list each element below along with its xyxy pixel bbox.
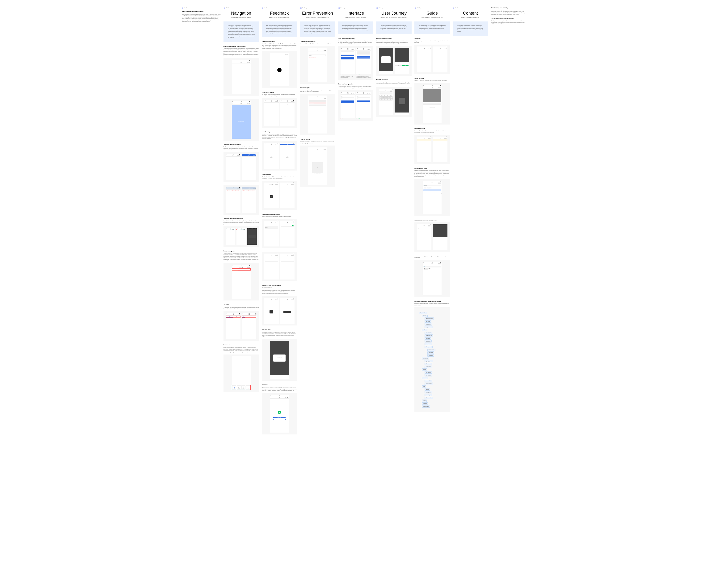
capsule-icon[interactable] bbox=[444, 138, 447, 139]
capsule-icon[interactable] bbox=[242, 229, 245, 230]
capsule-icon[interactable] bbox=[367, 93, 370, 94]
capsule-icon[interactable] bbox=[247, 103, 250, 104]
bottom-tab-bar[interactable]: Chat Contacts Discover Me bbox=[232, 385, 250, 390]
capsule-icon[interactable] bbox=[285, 54, 288, 55]
sitemap-node: Interface bbox=[422, 368, 427, 371]
brand: Mini Program bbox=[376, 7, 412, 9]
capsule-icon[interactable] bbox=[428, 225, 431, 226]
capsule-icon[interactable] bbox=[237, 155, 240, 156]
capsule-icon[interactable] bbox=[324, 149, 326, 150]
mock-clear-op: •••9:41▮ Title ItemItem Avoid •••9:41▮ T… bbox=[338, 90, 374, 121]
capsule-icon[interactable] bbox=[324, 50, 326, 51]
capsule-icon[interactable] bbox=[438, 264, 441, 265]
brand: Mini Program bbox=[262, 7, 297, 9]
capsule-icon[interactable] bbox=[428, 138, 431, 139]
nav-hero-title: Navigation bbox=[224, 11, 259, 16]
capsule-icon[interactable] bbox=[247, 62, 250, 63]
phone-mock: •••9:41▮ Title bbox=[242, 154, 257, 180]
splash-logo-icon: ● bbox=[277, 68, 282, 72]
fb-hero-sub: Reduce Anxiety with Prompt Feedback bbox=[262, 17, 297, 18]
miniprogram-logo-icon bbox=[182, 7, 184, 9]
confirm-button[interactable]: Confirm bbox=[279, 359, 285, 361]
uj-hero-title: User Journey bbox=[376, 11, 412, 16]
mock-tab-top: •••9:41▮ ‹Home Page Tab ItemTab ItemTab … bbox=[224, 263, 259, 301]
phone-mock: •••9:41▮ Title Embedded guide tip text × bbox=[433, 136, 447, 162]
err-s1-body: Error can be in the typically only for u… bbox=[300, 43, 335, 44]
column-guide: Mini Program Guide Guide Operations and … bbox=[414, 7, 450, 415]
sitemap-node: Minimize user input bbox=[424, 397, 433, 399]
keyboard[interactable]: QWERTYUIOP ASDFGHJKL ⇧ZXCVBNM⌫ bbox=[380, 95, 393, 100]
capsule-icon[interactable] bbox=[232, 229, 234, 230]
secondary-button[interactable]: Secondary bbox=[273, 419, 286, 420]
capsule-icon[interactable] bbox=[275, 101, 278, 102]
phone-mock bbox=[379, 48, 393, 74]
side-s2-title: Use APIs to improve performance bbox=[491, 18, 526, 19]
phone-mock: •••9:41▮ Title Cell› Cell› bbox=[417, 224, 432, 250]
capsule-icon[interactable] bbox=[324, 98, 326, 99]
capsule-icon[interactable] bbox=[291, 299, 294, 300]
capsule-icon[interactable] bbox=[351, 93, 354, 94]
fb-s2-title: Swipe-down-to-load bbox=[262, 92, 297, 93]
chevron-right-icon[interactable]: › bbox=[278, 225, 278, 225]
tab-row[interactable]: Tab ItemTab ItemTab Item bbox=[232, 269, 250, 271]
capsule-icon[interactable] bbox=[275, 184, 278, 185]
capsule-icon[interactable] bbox=[291, 101, 294, 102]
phone-mock: •••9:41▮ Title bbox=[226, 228, 235, 245]
image-area bbox=[399, 98, 405, 104]
phone-mock: Chat Contacts Discover Me bbox=[232, 357, 250, 390]
capsule-icon[interactable] bbox=[237, 314, 240, 315]
capsule-icon[interactable] bbox=[275, 144, 278, 145]
capsule-icon[interactable] bbox=[291, 222, 294, 223]
text-input[interactable]: Text input… bbox=[380, 92, 393, 94]
capsule-icon[interactable] bbox=[351, 49, 354, 50]
capsule-icon[interactable] bbox=[275, 255, 278, 256]
picker-sheet[interactable]: Cancel Confirm Option 1 Option 2 bbox=[433, 237, 447, 247]
fb-s6-sub3: Result pages bbox=[262, 384, 297, 385]
nav-s2-title: Top navigation color scheme bbox=[224, 144, 259, 145]
capsule-icon[interactable] bbox=[253, 188, 256, 189]
capsule-icon[interactable] bbox=[291, 255, 294, 256]
capsule-icon[interactable] bbox=[438, 87, 441, 88]
capsule-icon[interactable] bbox=[367, 49, 370, 50]
capsule-icon[interactable] bbox=[253, 155, 256, 156]
phone-mock bbox=[394, 89, 409, 115]
allow-button[interactable]: Allow bbox=[402, 65, 409, 66]
sitemap-node: Interaction flow bbox=[424, 323, 432, 326]
switch-toggle[interactable] bbox=[292, 225, 294, 226]
chevron-right-icon[interactable]: › bbox=[278, 227, 278, 228]
deny-button[interactable]: Deny bbox=[395, 65, 402, 66]
sitemap-node: Swipe up guide bbox=[424, 391, 432, 394]
capsule-icon[interactable] bbox=[390, 91, 392, 92]
capsule-icon[interactable] bbox=[253, 314, 256, 315]
uj-quote: The user journey depends on clear action… bbox=[376, 22, 412, 34]
capsule-icon[interactable] bbox=[444, 48, 447, 49]
active-suggestion[interactable]: Suggested value bbox=[423, 189, 441, 191]
capsule-icon[interactable] bbox=[237, 188, 240, 189]
phone-mock: •••9:41▮ ‹Title Page content area here bbox=[232, 101, 250, 139]
capsule-icon[interactable] bbox=[438, 183, 441, 184]
capsule-icon[interactable] bbox=[247, 267, 250, 268]
capsule-icon[interactable] bbox=[428, 48, 431, 49]
capsule-icon[interactable] bbox=[291, 184, 294, 185]
phone-mock: •••9:41▮ Title TabTabTab bbox=[433, 47, 447, 72]
fb-s6-sub2: Modal dialog boxes bbox=[262, 329, 297, 330]
sitemap-node: Design Guidelines bbox=[419, 312, 427, 314]
primary-button[interactable]: Primary Action bbox=[273, 417, 286, 418]
uj-s2-title: Smooth experience bbox=[376, 79, 412, 81]
nav-quote: Wherever users enter your Mini Program, … bbox=[224, 22, 259, 42]
cancel-button[interactable]: Cancel bbox=[274, 359, 279, 361]
capsule-icon[interactable] bbox=[285, 397, 288, 398]
brand: Mini Program bbox=[300, 7, 335, 9]
search-input[interactable]: 🔍 Search bbox=[423, 185, 441, 186]
phone-mock: •••9:41▮ ‹Title bbox=[236, 228, 246, 245]
capsule-icon[interactable] bbox=[291, 144, 294, 145]
phone-mock: •••9:41▮ Title Avoid using in a combinat… bbox=[226, 187, 240, 213]
capsule-icon[interactable] bbox=[275, 299, 278, 300]
capsule-icon[interactable] bbox=[275, 222, 278, 223]
caption-good: Acceptable bbox=[356, 118, 371, 119]
search-input[interactable]: 🔍 bbox=[423, 266, 441, 268]
sitemap-node: Swipe-down-to-load bbox=[424, 335, 433, 337]
nav-s5-body: Bottom tab or in-tab works navigator dif… bbox=[224, 347, 259, 353]
caption-good-body: After providing hierarchy, the primary a… bbox=[356, 76, 371, 78]
fb-s4-title: Global loading bbox=[262, 174, 297, 175]
